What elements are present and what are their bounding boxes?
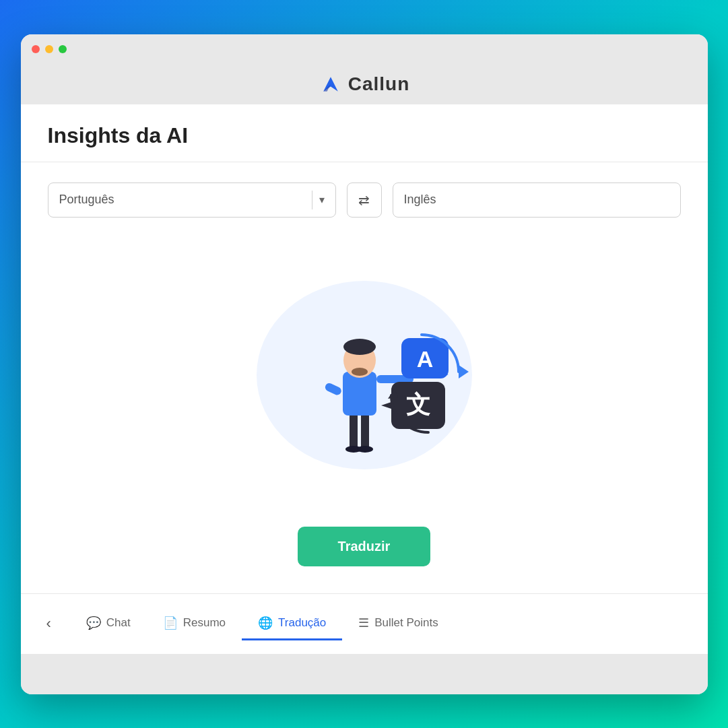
page-header: Insights da AI	[21, 104, 708, 162]
back-button[interactable]: ‹	[41, 609, 57, 638]
traducao-icon: 🌐	[258, 616, 273, 630]
traffic-light-green[interactable]	[59, 45, 67, 53]
browser-window: Callun Insights da AI Português ▾ ⇄ Ing	[21, 34, 708, 694]
lang-divider	[312, 191, 312, 209]
bottom-nav: ‹ 💬 Chat 📄 Resumo 🌐 Tradução ☰ Bullet Po…	[21, 593, 708, 654]
resumo-icon: 📄	[163, 616, 178, 630]
app-content: Insights da AI Português ▾ ⇄ Inglês	[21, 104, 708, 654]
browser-header: Callun	[21, 64, 708, 104]
illustration-area: 文 A	[257, 238, 472, 513]
target-language-label: Inglês	[404, 193, 669, 207]
page-title: Insights da AI	[48, 123, 681, 148]
tab-bullet-points-label: Bullet Points	[374, 616, 438, 630]
tab-chat-label: Chat	[106, 616, 131, 630]
callun-logo-icon	[319, 72, 343, 96]
svg-point-8	[343, 339, 376, 355]
svg-rect-2	[350, 412, 358, 449]
tab-traducao[interactable]: 🌐 Tradução	[242, 607, 342, 640]
footer-background	[21, 654, 708, 694]
chevron-down-icon: ▾	[319, 193, 325, 206]
svg-rect-3	[361, 412, 369, 449]
svg-rect-11	[323, 382, 342, 396]
svg-text:A: A	[416, 346, 433, 372]
logo-area: Callun	[319, 72, 410, 96]
swap-languages-button[interactable]: ⇄	[347, 183, 382, 218]
source-language-selector[interactable]: Português ▾	[48, 183, 336, 218]
logo-text: Callun	[348, 73, 410, 95]
source-language-label: Português	[59, 193, 305, 207]
traffic-light-red[interactable]	[32, 45, 40, 53]
tab-bullet-points[interactable]: ☰ Bullet Points	[342, 607, 455, 640]
language-selector-row: Português ▾ ⇄ Inglês	[48, 183, 681, 218]
tab-resumo-label: Resumo	[183, 616, 226, 630]
browser-titlebar	[21, 34, 708, 64]
chat-icon: 💬	[86, 616, 101, 630]
tab-traducao-label: Tradução	[278, 616, 326, 630]
main-area: Português ▾ ⇄ Inglês	[21, 162, 708, 593]
translate-button[interactable]: Traduzir	[298, 527, 431, 566]
svg-point-9	[352, 368, 368, 376]
tab-resumo[interactable]: 📄 Resumo	[147, 607, 242, 640]
translation-illustration: 文 A	[257, 288, 472, 463]
bullet-points-icon: ☰	[358, 616, 369, 630]
target-language-selector[interactable]: Inglês	[393, 183, 681, 218]
svg-point-5	[357, 446, 373, 453]
svg-rect-6	[343, 372, 376, 416]
tab-chat[interactable]: 💬 Chat	[70, 607, 147, 640]
svg-marker-18	[459, 365, 469, 378]
swap-icon: ⇄	[358, 192, 370, 208]
traffic-light-yellow[interactable]	[45, 45, 53, 53]
svg-marker-13	[381, 402, 391, 409]
svg-text:文: 文	[406, 391, 430, 418]
